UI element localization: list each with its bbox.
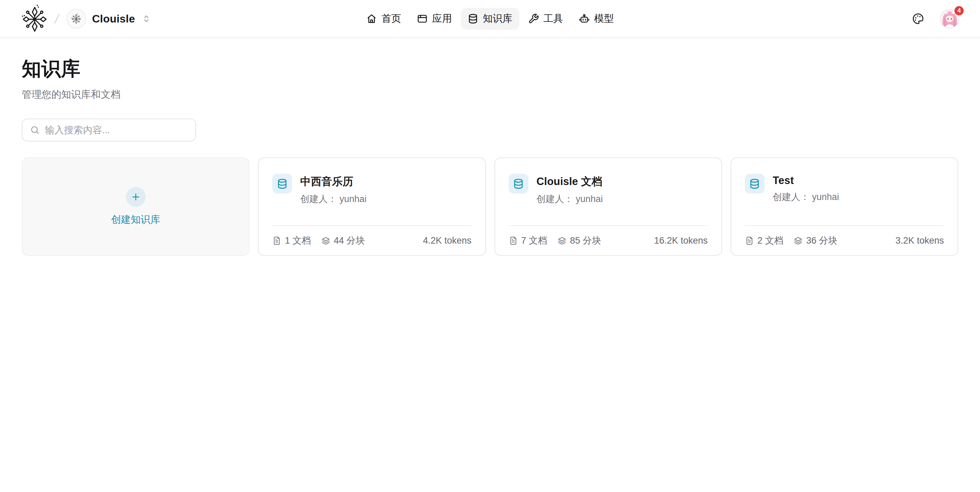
nav-label: 模型 (594, 12, 614, 26)
kb-doc-count: 1 文档 (285, 235, 311, 247)
wrench-icon (528, 13, 539, 24)
layers-icon (321, 236, 331, 245)
kb-card-footer: 2 文档 36 分块 3.2K tokens (745, 225, 944, 255)
kb-card-footer: 1 文档 44 分块 4.2K tokens (272, 225, 471, 255)
kb-card[interactable]: 中西音乐历 创建人： yunhai 1 文档 (258, 157, 485, 256)
brand-area: / Clouisle (22, 4, 151, 34)
kb-creator-name: yunhai (812, 192, 839, 202)
notification-badge: 4 (955, 6, 964, 15)
create-knowledge-base-card[interactable]: 创建知识库 (22, 157, 250, 256)
search-icon (30, 125, 40, 135)
database-icon (749, 178, 760, 189)
layers-icon (794, 236, 803, 245)
kb-creator-label: 创建人： (773, 192, 810, 202)
kb-title: Clouisle 文档 (537, 174, 603, 189)
database-icon (513, 178, 524, 189)
kb-icon-tile (272, 174, 292, 193)
kb-tokens: 3.2K tokens (895, 235, 944, 246)
kb-creator-label: 创建人： (537, 194, 573, 204)
nav-item-tools[interactable]: 工具 (521, 8, 570, 30)
kb-chunk-count: 44 分块 (334, 235, 365, 247)
file-text-icon (745, 236, 754, 245)
kb-card[interactable]: Clouisle 文档 创建人： yunhai 7 文档 (495, 157, 722, 256)
kb-chunk-stat: 36 分块 (794, 235, 837, 247)
database-icon (468, 13, 479, 24)
kb-card-header: Clouisle 文档 创建人： yunhai (495, 158, 721, 205)
plus-icon (130, 192, 141, 202)
nav-label: 工具 (543, 12, 563, 26)
nav-label: 首页 (382, 12, 401, 26)
kb-creator: 创建人： yunhai (537, 193, 603, 205)
main-content: 知识库 管理您的知识库和文档 创建知识库 中西音乐历 (0, 56, 980, 256)
knowledge-base-grid: 创建知识库 中西音乐历 创建人： yunhai (22, 157, 958, 256)
kb-card-header: Test 创建人： yunhai (731, 158, 958, 203)
kb-creator: 创建人： yunhai (300, 193, 366, 205)
nav-item-home[interactable]: 首页 (360, 8, 408, 30)
kb-chunk-stat: 85 分块 (557, 235, 601, 247)
search-box (22, 118, 196, 141)
kb-icon-tile (509, 174, 528, 193)
workspace-snowflake-icon (71, 13, 81, 24)
kb-title: Test (773, 174, 839, 187)
create-label: 创建知识库 (111, 213, 160, 227)
search-input[interactable] (45, 125, 188, 136)
kb-chunk-stat: 44 分块 (321, 235, 365, 247)
kb-card-titles: 中西音乐历 创建人： yunhai (300, 174, 366, 205)
app-window-icon (417, 13, 428, 24)
kb-title: 中西音乐历 (300, 174, 366, 189)
top-header: / Clouisle 首页 (0, 0, 980, 38)
kb-card-titles: Test 创建人： yunhai (773, 174, 839, 203)
kb-doc-count: 2 文档 (757, 235, 784, 247)
workspace-switcher[interactable]: Clouisle (66, 9, 151, 29)
kb-card-header: 中西音乐历 创建人： yunhai (259, 158, 485, 205)
kb-creator: 创建人： yunhai (773, 191, 839, 203)
nav-item-knowledge-base[interactable]: 知识库 (461, 8, 519, 30)
page-subtitle: 管理您的知识库和文档 (22, 88, 958, 102)
file-text-icon (509, 236, 518, 245)
home-icon (366, 13, 377, 24)
nav-label: 应用 (432, 12, 452, 26)
palette-icon (912, 13, 924, 25)
nav-item-apps[interactable]: 应用 (410, 8, 459, 30)
kb-card[interactable]: Test 创建人： yunhai 2 文档 (730, 157, 958, 256)
kb-creator-name: yunhai (576, 194, 603, 204)
header-actions: 4 (912, 9, 959, 29)
user-menu[interactable]: 4 (940, 9, 959, 29)
kb-doc-stat: 2 文档 (745, 235, 784, 247)
kb-creator-name: yunhai (340, 194, 367, 204)
bot-icon (579, 13, 590, 24)
kb-icon-tile (745, 174, 765, 193)
kb-tokens: 4.2K tokens (423, 235, 472, 246)
app-logo-snowflake-icon[interactable] (22, 4, 48, 34)
chevrons-up-down-icon (141, 14, 151, 24)
workspace-avatar (66, 9, 86, 29)
breadcrumb-separator: / (53, 11, 60, 26)
plus-circle (126, 187, 146, 207)
page-title: 知识库 (22, 56, 958, 82)
nav-item-models[interactable]: 模型 (572, 8, 620, 30)
nav-label: 知识库 (483, 12, 512, 26)
kb-doc-stat: 7 文档 (509, 235, 547, 247)
kb-creator-label: 创建人： (300, 194, 337, 204)
kb-card-footer: 7 文档 85 分块 16.2K tokens (509, 225, 708, 255)
kb-chunk-count: 36 分块 (806, 235, 837, 247)
kb-doc-stat: 1 文档 (272, 235, 311, 247)
kb-card-titles: Clouisle 文档 创建人： yunhai (537, 174, 603, 205)
workspace-name: Clouisle (92, 13, 135, 25)
kb-tokens: 16.2K tokens (654, 235, 708, 246)
theme-button[interactable] (912, 12, 926, 26)
layers-icon (557, 236, 566, 245)
file-text-icon (272, 236, 282, 245)
kb-chunk-count: 85 分块 (570, 235, 601, 247)
kb-doc-count: 7 文档 (521, 235, 547, 247)
database-icon (277, 178, 288, 189)
main-nav: 首页 应用 知识库 工具 (360, 8, 620, 30)
